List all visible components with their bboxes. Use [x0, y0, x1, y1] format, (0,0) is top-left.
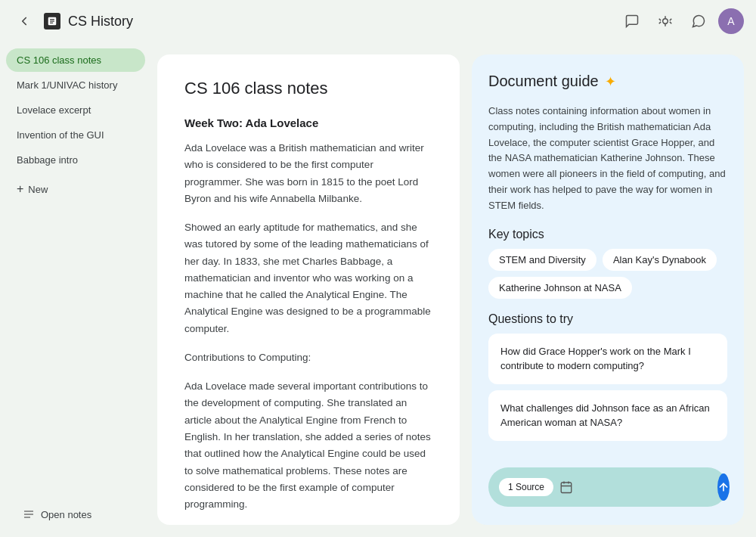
guide-description: Class notes containing information about…: [488, 104, 727, 214]
paragraph-1: Ada Lovelace was a British mathematician…: [184, 140, 432, 207]
send-button[interactable]: [717, 473, 730, 501]
topic-chip-stem[interactable]: STEM and Diversity: [488, 249, 596, 271]
key-topics-label: Key topics: [488, 228, 727, 241]
calendar-icon-button[interactable]: [559, 480, 573, 494]
sidebar-item-lovelace[interactable]: Lovelace excerpt: [6, 98, 145, 122]
source-badge[interactable]: 1 Source: [499, 478, 553, 496]
sidebar-item-mark1[interactable]: Mark 1/UNIVAC history: [6, 73, 145, 97]
chat-input-area: 1 Source: [488, 467, 727, 507]
document-panel: CS 106 class notes Week Two: Ada Lovelac…: [157, 54, 460, 525]
questions-list: How did Grace Hopper's work on the Mark …: [488, 334, 727, 441]
app-header: CS History A: [0, 0, 756, 42]
app-title: CS History: [68, 14, 133, 29]
avatar[interactable]: A: [718, 8, 744, 34]
sparkle-icon: ✦: [605, 73, 616, 90]
guide-panel: Document guide ✦ Class notes containing …: [472, 54, 744, 525]
document-title: CS 106 class notes: [184, 79, 432, 98]
main-layout: CS 106 class notes Mark 1/UNIVAC history…: [0, 42, 756, 537]
open-notes-button[interactable]: Open notes: [12, 501, 139, 528]
question-card-2[interactable]: What challenges did Johnson face as an A…: [488, 390, 727, 441]
guide-header: Document guide ✦: [488, 73, 727, 90]
content-area: CS 106 class notes Week Two: Ada Lovelac…: [151, 42, 756, 537]
svg-point-4: [663, 19, 668, 24]
svg-rect-2: [50, 20, 54, 21]
comment-button[interactable]: [618, 8, 646, 35]
guide-title: Document guide: [488, 73, 599, 90]
open-notes-icon: [23, 508, 35, 520]
new-note-button[interactable]: + New: [6, 176, 145, 202]
key-topics-section: Key topics STEM and Diversity Alan Kay's…: [488, 228, 727, 299]
svg-rect-8: [561, 483, 572, 493]
svg-rect-3: [50, 23, 53, 23]
header-right: A: [618, 8, 744, 35]
topic-chip-alan[interactable]: Alan Kay's Dynabook: [603, 249, 717, 271]
questions-section: Questions to try How did Grace Hopper's …: [488, 312, 727, 441]
chat-button[interactable]: [685, 8, 712, 35]
sidebar: CS 106 class notes Mark 1/UNIVAC history…: [0, 42, 151, 537]
open-notes-label: Open notes: [41, 509, 91, 520]
sidebar-item-babbage[interactable]: Babbage intro: [6, 148, 145, 172]
paragraph-3: Ada Lovelace made several important cont…: [184, 378, 432, 513]
question-card-1[interactable]: How did Grace Hopper's work on the Mark …: [488, 334, 727, 384]
section-title: Week Two: Ada Lovelace: [184, 116, 432, 129]
chat-text-input[interactable]: [579, 481, 711, 493]
app-icon: [44, 13, 60, 29]
plus-icon: +: [17, 182, 23, 196]
bug-button[interactable]: [652, 8, 679, 35]
new-label: New: [28, 184, 48, 195]
sidebar-item-cs106[interactable]: CS 106 class notes: [6, 48, 145, 72]
questions-label: Questions to try: [488, 312, 727, 326]
svg-rect-1: [50, 19, 54, 20]
topics-list: STEM and Diversity Alan Kay's Dynabook K…: [488, 249, 727, 299]
paragraph-2: Showed an early aptitude for mathematics…: [184, 219, 432, 337]
contributions-heading: Contributions to Computing:: [184, 349, 432, 366]
back-button[interactable]: [12, 9, 36, 33]
topic-chip-katherine[interactable]: Katherine Johnson at NASA: [488, 277, 632, 299]
sidebar-item-gui[interactable]: Invention of the GUI: [6, 123, 145, 147]
header-left: CS History: [12, 9, 133, 33]
